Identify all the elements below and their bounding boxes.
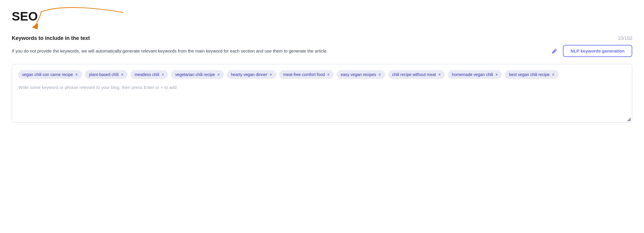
tag-label: vegetarian chili recipe	[175, 72, 215, 77]
description-row: If you do not provide the keywords, we w…	[12, 45, 632, 57]
section-header: Keywords to include in the text 10/150	[12, 35, 632, 41]
keyword-tag: meat-free comfort food×	[279, 70, 334, 79]
tag-label: vegan chili con carne recipe	[22, 72, 73, 77]
tag-label: meat-free comfort food	[283, 72, 325, 77]
tag-label: hearty vegan dinner	[231, 72, 267, 77]
keyword-count: 10/150	[618, 36, 632, 41]
keywords-box[interactable]: vegan chili con carne recipe×plant-based…	[12, 64, 632, 123]
tag-remove-button[interactable]: ×	[378, 72, 381, 77]
tag-remove-button[interactable]: ×	[270, 72, 272, 77]
nlp-button-area: NLP keywords generation	[549, 45, 632, 57]
tag-remove-button[interactable]: ×	[76, 72, 78, 77]
tag-remove-button[interactable]: ×	[121, 72, 123, 77]
keyword-tag: vegan chili con carne recipe×	[18, 70, 82, 79]
tag-remove-button[interactable]: ×	[162, 72, 164, 77]
tags-area: vegan chili con carne recipe×plant-based…	[18, 70, 626, 79]
tag-remove-button[interactable]: ×	[438, 72, 441, 77]
tag-remove-button[interactable]: ×	[327, 72, 329, 77]
tag-label: homemade vegan chili	[452, 72, 493, 77]
keyword-tag: homemade vegan chili×	[448, 70, 502, 79]
description-text: If you do not provide the keywords, we w…	[12, 48, 544, 55]
eraser-icon[interactable]	[549, 46, 559, 56]
tag-label: plant-based chili	[89, 72, 119, 77]
tag-label: meatless chili	[135, 72, 159, 77]
tag-remove-button[interactable]: ×	[217, 72, 220, 77]
keyword-tag: easy vegan recipes×	[337, 70, 385, 79]
svg-marker-0	[31, 23, 39, 31]
nlp-keywords-button[interactable]: NLP keywords generation	[563, 45, 632, 57]
decorative-arrow	[12, 6, 123, 33]
tag-label: best vegan chili recipe	[509, 72, 550, 77]
keyword-input-placeholder: Write some keyword or phrase relevant to…	[18, 84, 626, 91]
keyword-tag: hearty vegan dinner×	[227, 70, 276, 79]
tag-label: easy vegan recipes	[341, 72, 376, 77]
keyword-tag: plant-based chili×	[85, 70, 128, 79]
tag-remove-button[interactable]: ×	[552, 72, 554, 77]
tag-remove-button[interactable]: ×	[495, 72, 498, 77]
tag-label: chili recipe without meat	[392, 72, 436, 77]
keyword-tag: meatless chili×	[130, 70, 168, 79]
resize-handle[interactable]	[627, 117, 631, 121]
keyword-tag: chili recipe without meat×	[388, 70, 445, 79]
section-title: Keywords to include in the text	[12, 35, 90, 41]
keyword-tag: vegetarian chili recipe×	[171, 70, 224, 79]
keyword-tag: best vegan chili recipe×	[505, 70, 559, 79]
